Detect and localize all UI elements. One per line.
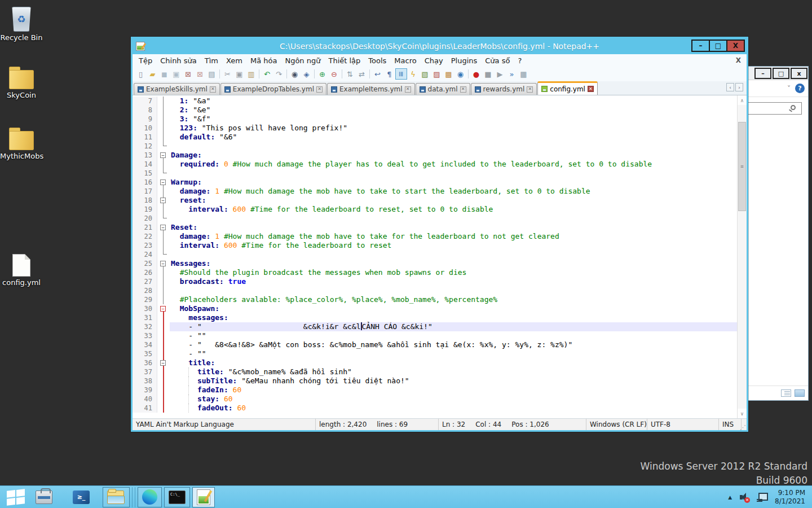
code-line-31[interactable]: 31 messages: — [133, 313, 737, 322]
tab-rewards-yml[interactable]: rewards.yml✕ — [471, 83, 537, 95]
scroll-up-icon[interactable]: ∧ — [738, 95, 747, 105]
fold-margin[interactable]: − — [157, 178, 170, 187]
code-line-29[interactable]: 29 #Placeholders avalable: %place_color%… — [133, 295, 737, 304]
npp-close-button[interactable]: X — [726, 40, 745, 52]
function-list-icon[interactable]: ▨ — [431, 68, 443, 80]
function-completion-icon[interactable]: ϟ — [407, 68, 419, 80]
indent-guide-icon[interactable]: ≡ — [395, 68, 407, 80]
menu-close-icon[interactable]: X — [736, 56, 741, 64]
code-line-19[interactable]: 19 interval: 600 #Time for the leaderboa… — [133, 205, 737, 214]
code-line-7[interactable]: 7 1: "&a" — [133, 97, 737, 106]
desktop-icon-mythicmobs[interactable]: MythicMobs — [0, 122, 43, 160]
macro-record-icon[interactable]: ● — [470, 68, 482, 80]
taskbar-button-file-explorer[interactable] — [103, 487, 130, 507]
code-line-33[interactable]: 33 - "" — [133, 331, 737, 340]
tab-scroll-right-icon[interactable]: › — [735, 83, 743, 91]
copy-icon[interactable]: ▣ — [233, 68, 245, 80]
fold-margin[interactable]: − — [157, 358, 170, 367]
tray-overflow-icon[interactable]: ▲ — [728, 494, 732, 500]
fold-margin[interactable]: − — [157, 151, 170, 160]
taskbar-button-command-prompt[interactable]: C:\_ — [164, 487, 190, 507]
code-line-28[interactable]: 28 — [133, 286, 737, 295]
ribbon-collapse-icon[interactable]: ˅ — [787, 85, 791, 93]
code-line-30[interactable]: 30− MobSpawn: — [133, 304, 737, 313]
zoom-out-icon[interactable]: ⊖ — [328, 68, 340, 80]
sync-vertical-icon[interactable]: ⇅ — [344, 68, 356, 80]
menu-item-c-a-s-[interactable]: Cửa sổ — [481, 55, 514, 66]
close-all-icon[interactable]: ⊠ — [194, 68, 206, 80]
code-line-9[interactable]: 9 3: "&f" — [133, 115, 737, 124]
fold-margin[interactable]: − — [157, 304, 170, 313]
code-line-23[interactable]: 23 interval: 600 #Time for the leaderboa… — [133, 241, 737, 250]
fold-collapse-icon[interactable]: − — [160, 261, 166, 266]
fold-margin[interactable]: − — [157, 196, 170, 205]
code-line-10[interactable]: 10 123: "This pos will have long prefix!… — [133, 124, 737, 133]
print-icon[interactable]: ▤ — [206, 68, 218, 80]
menu-item-?[interactable]: ? — [514, 55, 526, 66]
code-line-20[interactable]: 20 — [133, 214, 737, 223]
code-line-13[interactable]: 13−Damage: — [133, 151, 737, 160]
menu-item-macro[interactable]: Macro — [390, 55, 420, 66]
code-line-36[interactable]: 36− title: — [133, 358, 737, 367]
fold-collapse-icon[interactable]: − — [160, 306, 166, 312]
new-file-icon[interactable]: ▯ — [135, 68, 147, 80]
details-view-icon[interactable] — [781, 389, 791, 397]
code-line-27[interactable]: 27 broadcast: true — [133, 277, 737, 286]
redo-icon[interactable]: ↷ — [273, 68, 285, 80]
fold-collapse-icon[interactable]: − — [160, 179, 166, 185]
tab-scroll-left-icon[interactable]: ‹ — [726, 83, 734, 91]
save-all-icon[interactable]: ▣ — [170, 68, 182, 80]
replace-icon[interactable]: ◈ — [301, 68, 312, 80]
code-line-34[interactable]: 34 - " &8<&a!&8> &aMột con boss: &c%mob_… — [133, 340, 737, 349]
menu-item-thi-t-l-p[interactable]: Thiết lập — [324, 55, 364, 66]
code-line-25[interactable]: 25−Messages: — [133, 259, 737, 268]
menu-item-t-m[interactable]: Tìm — [201, 55, 222, 66]
explorer-maximize-button[interactable]: □ — [773, 68, 789, 79]
taskbar-button-notepad-plus-plus[interactable] — [192, 487, 215, 507]
scroll-down-icon[interactable]: ∨ — [738, 409, 747, 418]
start-button[interactable] — [0, 486, 32, 508]
desktop-icon-skycoin[interactable]: SkyCoin — [0, 61, 43, 99]
document-monitor-icon[interactable]: ◉ — [454, 68, 466, 80]
undo-icon[interactable]: ↶ — [261, 68, 273, 80]
folder-as-workspace-icon[interactable]: ▩ — [443, 68, 454, 80]
resize-grip[interactable] — [742, 419, 747, 430]
code-line-17[interactable]: 17 damage: 1 #How much damage the mob ha… — [133, 187, 737, 196]
code-line-32[interactable]: 32 - " &c&k!i&r &c&lCẢNH CÁO &c&ki!" — [133, 322, 737, 331]
open-file-icon[interactable]: ▰ — [147, 68, 158, 80]
menu-item-ch-nh-s-a[interactable]: Chỉnh sửa — [156, 55, 201, 66]
tab-close-icon[interactable]: ✕ — [316, 86, 323, 93]
fold-margin[interactable]: − — [157, 223, 170, 232]
desktop-icon-config-yml[interactable]: config.yml — [0, 248, 43, 287]
npp-minimize-button[interactable]: – — [691, 40, 710, 52]
code-line-11[interactable]: 11 default: "&6" — [133, 133, 737, 142]
find-icon[interactable]: ◉ — [289, 68, 301, 80]
scrollbar-thumb[interactable]: ≡ — [738, 122, 746, 211]
save-icon[interactable]: ◼ — [158, 68, 170, 80]
menu-item-xem[interactable]: Xem — [222, 55, 246, 66]
code-line-22[interactable]: 22 damage: 1 #How much damage the mob ha… — [133, 232, 737, 241]
sync-horizontal-icon[interactable]: ⇄ — [356, 68, 368, 80]
menu-item-ch-y[interactable]: Chạy — [421, 55, 447, 66]
show-all-characters-icon[interactable]: ¶ — [383, 68, 395, 80]
word-wrap-icon[interactable]: ↩ — [372, 68, 383, 80]
thumbnail-view-icon[interactable] — [795, 389, 805, 397]
vertical-scrollbar[interactable]: ∧ ≡ ∨ — [737, 95, 747, 418]
menu-item-plugins[interactable]: Plugins — [447, 55, 482, 66]
code-line-41[interactable]: 41 fadeOut: 60 — [133, 404, 737, 413]
tab-ExampleItems-yml[interactable]: ExampleItems.yml✕ — [327, 83, 415, 95]
npp-maximize-button[interactable]: □ — [709, 40, 727, 52]
code-line-12[interactable]: 12 — [133, 142, 737, 151]
fold-margin[interactable]: − — [157, 259, 170, 268]
explorer-minimize-button[interactable]: – — [754, 68, 771, 79]
close-file-icon[interactable]: ⊠ — [182, 68, 194, 80]
tab-ExampleSkills-yml[interactable]: ExampleSkills.yml✕ — [134, 83, 220, 95]
code-line-37[interactable]: 37 title: "&c%mob_name% &ađã hồi sinh" — [133, 367, 737, 376]
tab-close-icon[interactable]: ✕ — [210, 86, 216, 93]
tab-ExampleDropTables-yml[interactable]: ExampleDropTables.yml✕ — [220, 83, 326, 95]
tab-close-icon[interactable]: ✕ — [460, 86, 466, 93]
editor-pane[interactable]: 7 1: "&a"8 2: "&e"9 3: "&f"10 123: "This… — [133, 95, 747, 418]
fold-collapse-icon[interactable]: − — [160, 225, 166, 230]
code-line-15[interactable]: 15 — [133, 169, 737, 178]
code-line-16[interactable]: 16−Warmup: — [133, 178, 737, 187]
